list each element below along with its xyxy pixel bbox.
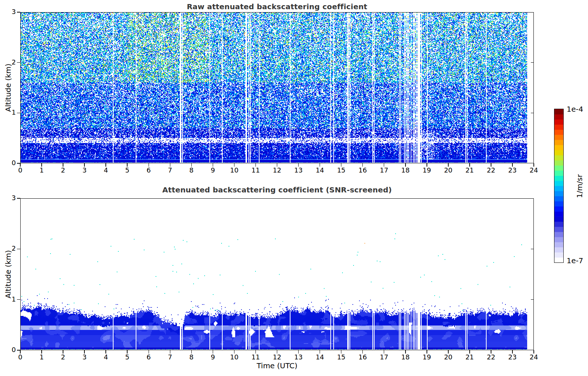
raw-backscatter-heatmap [21,13,533,163]
y-tick-mark [17,163,20,164]
y-tick-mark [17,299,20,300]
x-tick-label: 3 [76,353,93,361]
y-tick-mark [17,198,20,199]
x-tick-label: 4 [98,353,114,361]
x-tick-label: 16 [355,353,371,361]
x-tick-label: 11 [247,166,264,174]
x-tick-label: 9 [205,353,221,361]
y-tick-mark [17,12,20,13]
x-tick-label: 3 [76,166,93,174]
colorbar [554,109,564,263]
lidar-backscatter-figure: Raw attenuated backscattering coefficien… [0,0,588,376]
y-tick-label: 2 [3,244,16,252]
x-tick-label: 19 [419,353,435,361]
y-tick-mark-right [531,113,533,114]
top-panel-y-axis-label: Altitude (km) [4,63,13,112]
x-tick-label: 1 [34,353,50,361]
x-tick-label: 9 [205,166,221,174]
x-tick-label: 15 [333,166,349,174]
x-tick-label: 17 [376,353,392,361]
x-tick-label: 18 [397,166,414,174]
y-tick-mark [17,62,20,63]
x-tick-label: 23 [504,166,521,174]
x-tick-label: 1 [34,166,50,174]
y-tick-label: 0 [3,346,16,354]
x-tick-label: 17 [376,166,392,174]
y-tick-mark [17,249,20,250]
screened-backscatter-panel [20,198,534,350]
raw-backscatter-panel [20,12,534,163]
colorbar-unit-label: 1/m/sr [575,174,584,198]
x-tick-label: 24 [526,166,542,174]
x-tick-label: 13 [290,353,307,361]
x-tick-label: 0 [12,166,28,174]
x-tick-label: 10 [226,353,242,361]
x-tick-label: 12 [269,353,285,361]
x-tick-label: 6 [140,166,157,174]
y-tick-label: 0 [3,159,16,167]
x-tick-label: 4 [98,166,114,174]
y-tick-mark-right [531,249,533,250]
y-tick-label: 2 [3,58,16,66]
x-tick-label: 12 [269,166,285,174]
x-tick-label: 20 [440,353,456,361]
colorbar-max-label: 1e-4 [567,105,583,114]
screened-backscatter-heatmap [21,199,533,349]
y-tick-mark-right [531,299,533,300]
x-tick-label: 6 [140,353,157,361]
x-axis-label: Time (UTC) [20,361,534,370]
y-tick-label: 1 [3,295,16,303]
x-tick-label: 13 [290,166,307,174]
colorbar-gradient [554,109,563,262]
y-tick-label: 3 [3,8,16,15]
x-tick-label: 2 [55,166,71,174]
x-tick-label: 22 [483,353,499,361]
y-tick-label: 1 [3,108,16,116]
y-tick-mark-right [531,62,533,63]
x-tick-label: 23 [504,353,521,361]
x-tick-label: 20 [440,166,456,174]
x-tick-label: 8 [183,166,199,174]
bottom-panel-y-axis-label: Altitude (km) [4,250,13,298]
bottom-panel-title: Attenuated backscattering coefficient (S… [20,185,534,194]
x-tick-label: 8 [183,353,199,361]
top-panel-title: Raw attenuated backscattering coefficien… [20,2,534,11]
x-tick-label: 18 [397,353,414,361]
colorbar-min-label: 1e-7 [567,256,583,265]
x-tick-label: 0 [12,353,28,361]
x-tick-label: 24 [526,353,542,361]
x-tick-label: 14 [312,353,328,361]
x-tick-label: 2 [55,353,71,361]
x-tick-label: 7 [162,166,178,174]
y-tick-mark [17,113,20,114]
x-tick-label: 15 [333,353,349,361]
y-tick-mark [17,350,20,351]
y-tick-label: 3 [3,194,16,202]
x-tick-label: 16 [355,166,371,174]
x-tick-label: 5 [119,166,135,174]
x-tick-label: 22 [483,166,499,174]
x-tick-label: 21 [462,353,478,361]
x-tick-label: 7 [162,353,178,361]
x-tick-label: 19 [419,166,435,174]
x-tick-label: 14 [312,166,328,174]
x-tick-label: 11 [247,353,264,361]
x-tick-label: 10 [226,166,242,174]
x-tick-label: 5 [119,353,135,361]
x-tick-label: 21 [462,166,478,174]
